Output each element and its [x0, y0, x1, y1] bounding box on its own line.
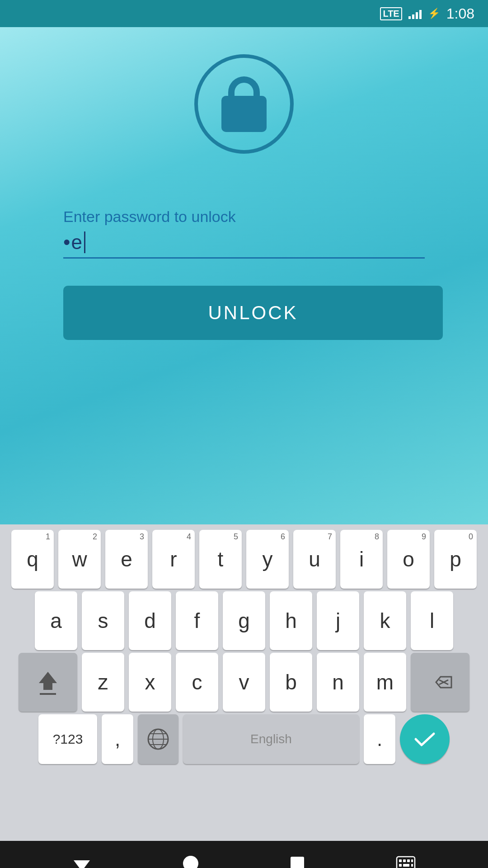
keyboard-icon — [396, 855, 416, 868]
period-label: . — [377, 729, 382, 749]
backspace-icon — [428, 673, 452, 691]
svg-rect-15 — [407, 859, 410, 862]
keyboard-row-1: 1 q 2 w 3 e 4 r 5 t 6 y 7 u 8 i — [4, 530, 484, 589]
globe-key[interactable] — [138, 714, 178, 764]
key-z[interactable]: z — [82, 653, 124, 712]
key-k[interactable]: k — [364, 591, 406, 650]
period-key[interactable]: . — [364, 714, 395, 764]
space-label: English — [250, 732, 292, 746]
key-h-letter: h — [285, 610, 297, 631]
key-i-letter: i — [359, 549, 364, 570]
key-x[interactable]: x — [129, 653, 171, 712]
backspace-key[interactable] — [411, 653, 469, 712]
key-b-letter: b — [285, 672, 297, 693]
key-d[interactable]: d — [129, 591, 171, 650]
key-b[interactable]: b — [270, 653, 312, 712]
svg-rect-13 — [399, 859, 402, 862]
key-y[interactable]: 6 y — [246, 530, 289, 589]
key-n[interactable]: n — [317, 653, 359, 712]
key-o-letter: o — [403, 549, 414, 570]
key-j[interactable]: j — [317, 591, 359, 650]
shift-underline — [40, 693, 56, 695]
key-s[interactable]: s — [82, 591, 124, 650]
keyboard-row-2: a s d f g h j k l — [4, 591, 484, 650]
key-p-letter: p — [450, 549, 461, 570]
lte-icon: LTE — [380, 7, 402, 20]
password-section: Enter password to unlock •e UNLOCK — [54, 208, 434, 340]
back-button[interactable] — [72, 854, 91, 868]
key-q-letter: q — [27, 549, 38, 570]
home-button[interactable] — [182, 855, 199, 868]
key-g[interactable]: g — [223, 591, 265, 650]
key-e-letter: e — [121, 549, 132, 570]
recents-button[interactable] — [290, 856, 305, 868]
shift-icon — [37, 670, 59, 692]
keyboard-switch-button[interactable] — [396, 855, 416, 868]
svg-rect-17 — [399, 864, 402, 867]
key-u-number: 7 — [328, 533, 332, 541]
password-value: •e — [63, 231, 83, 254]
lock-base — [221, 96, 267, 132]
lock-body — [221, 76, 267, 132]
key-r[interactable]: 4 r — [152, 530, 195, 589]
key-l[interactable]: l — [411, 591, 453, 650]
num-sym-key[interactable]: ?123 — [38, 714, 97, 764]
key-i[interactable]: 8 i — [340, 530, 383, 589]
key-e-number: 3 — [140, 533, 144, 541]
globe-icon — [146, 727, 170, 751]
shift-key[interactable] — [19, 653, 77, 712]
key-h[interactable]: h — [270, 591, 312, 650]
key-o-number: 9 — [422, 533, 426, 541]
lock-icon — [194, 54, 294, 154]
comma-label: , — [115, 729, 120, 749]
key-u[interactable]: 7 u — [293, 530, 336, 589]
space-key[interactable]: English — [183, 714, 359, 764]
key-f-letter: f — [194, 610, 200, 631]
key-k-letter: k — [380, 610, 390, 631]
svg-rect-14 — [403, 859, 406, 862]
key-y-number: 6 — [281, 533, 285, 541]
nav-bar — [0, 841, 488, 868]
key-r-letter: r — [170, 549, 177, 570]
back-icon — [72, 854, 91, 868]
key-p-number: 0 — [469, 533, 473, 541]
unlock-area: Enter password to unlock •e UNLOCK — [0, 27, 488, 524]
key-v[interactable]: v — [223, 653, 265, 712]
key-c[interactable]: c — [176, 653, 218, 712]
key-x-letter: x — [145, 672, 155, 693]
key-a[interactable]: a — [35, 591, 77, 650]
key-q-number: 1 — [46, 533, 50, 541]
svg-rect-19 — [411, 864, 413, 867]
key-j-letter: j — [336, 610, 340, 631]
key-m[interactable]: m — [364, 653, 406, 712]
key-g-letter: g — [238, 610, 250, 631]
check-icon — [413, 730, 436, 748]
password-input[interactable]: •e — [63, 231, 425, 259]
status-icons: LTE ⚡ 1:08 — [380, 5, 474, 22]
check-key[interactable] — [400, 714, 450, 764]
home-icon — [182, 855, 199, 868]
key-q[interactable]: 1 q — [11, 530, 54, 589]
svg-point-10 — [183, 856, 198, 868]
signal-icon — [408, 8, 422, 19]
key-w-letter: w — [72, 549, 87, 570]
key-w-number: 2 — [93, 533, 97, 541]
key-t-number: 5 — [234, 533, 238, 541]
comma-key[interactable]: , — [102, 714, 133, 764]
key-t[interactable]: 5 t — [199, 530, 242, 589]
unlock-button[interactable]: UNLOCK — [63, 286, 443, 340]
key-p[interactable]: 0 p — [434, 530, 477, 589]
key-w[interactable]: 2 w — [58, 530, 101, 589]
password-cursor — [84, 231, 85, 253]
key-e[interactable]: 3 e — [105, 530, 148, 589]
password-label: Enter password to unlock — [63, 208, 425, 226]
key-f[interactable]: f — [176, 591, 218, 650]
svg-marker-0 — [39, 672, 57, 690]
key-s-letter: s — [98, 610, 108, 631]
key-y-letter: y — [263, 549, 273, 570]
svg-rect-18 — [403, 864, 409, 867]
keyboard-row-bottom: ?123 , English . — [4, 714, 484, 764]
key-d-letter: d — [144, 610, 156, 631]
key-t-letter: t — [218, 549, 224, 570]
key-o[interactable]: 9 o — [387, 530, 430, 589]
